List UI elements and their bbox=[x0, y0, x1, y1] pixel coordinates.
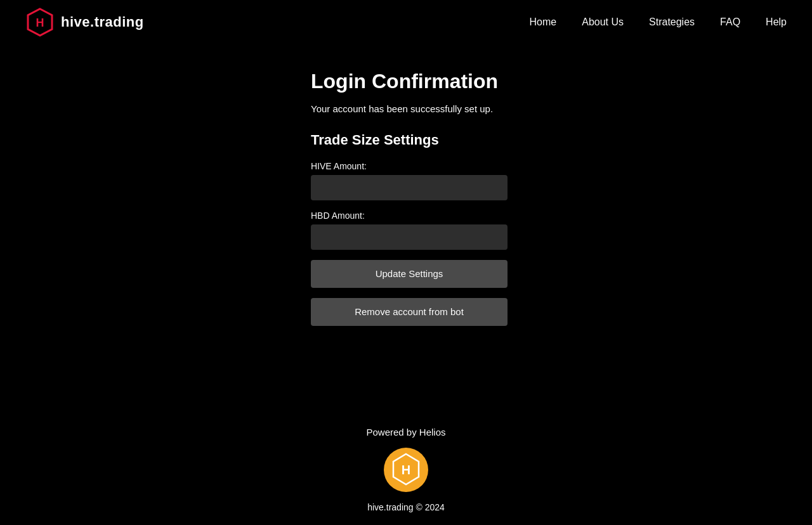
helios-logo-icon: H bbox=[384, 448, 428, 492]
main-content: Login Confirmation Your account has been… bbox=[0, 44, 812, 401]
update-settings-button[interactable]: Update Settings bbox=[311, 260, 508, 288]
footer: Powered by Helios H hive.trading © 2024 bbox=[0, 401, 812, 525]
hbd-amount-label: HBD Amount: bbox=[311, 211, 787, 221]
hive-amount-input[interactable] bbox=[311, 175, 508, 200]
subtitle: Your account has been successfully set u… bbox=[311, 103, 787, 114]
nav-about-us[interactable]: About Us bbox=[582, 16, 624, 28]
powered-by-text: Powered by Helios bbox=[0, 427, 812, 438]
nav-strategies[interactable]: Strategies bbox=[649, 16, 695, 28]
nav-faq[interactable]: FAQ bbox=[720, 16, 740, 28]
logo[interactable]: H hive.trading bbox=[25, 8, 144, 37]
nav-help[interactable]: Help bbox=[766, 16, 787, 28]
svg-text:H: H bbox=[402, 463, 410, 477]
hive-logo-icon: H bbox=[25, 8, 55, 37]
copyright-text: hive.trading © 2024 bbox=[0, 502, 812, 512]
section-title: Trade Size Settings bbox=[311, 132, 787, 148]
svg-text:H: H bbox=[36, 16, 44, 29]
hbd-amount-input[interactable] bbox=[311, 224, 508, 250]
navbar: H hive.trading Home About Us Strategies … bbox=[0, 0, 812, 44]
hive-amount-group: HIVE Amount: bbox=[311, 161, 787, 200]
nav-links: Home About Us Strategies FAQ Help bbox=[530, 16, 787, 28]
hive-amount-label: HIVE Amount: bbox=[311, 161, 787, 171]
logo-text: hive.trading bbox=[61, 14, 144, 30]
nav-home[interactable]: Home bbox=[530, 16, 557, 28]
hbd-amount-group: HBD Amount: bbox=[311, 211, 787, 250]
remove-account-button[interactable]: Remove account from bot bbox=[311, 298, 508, 326]
page-title: Login Confirmation bbox=[311, 70, 787, 93]
